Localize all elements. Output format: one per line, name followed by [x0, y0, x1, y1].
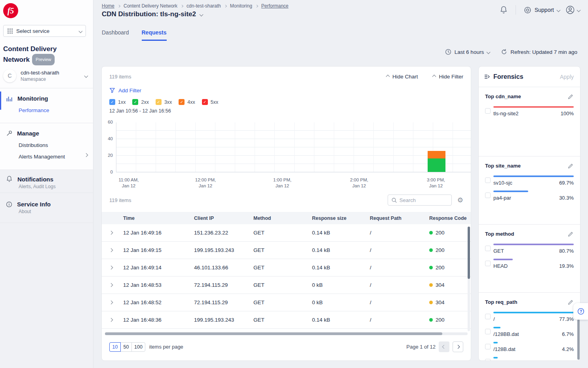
- legend-5xx-checkbox[interactable]: ✓5xx: [202, 99, 218, 105]
- table-search[interactable]: [388, 194, 452, 206]
- item-bar: [493, 327, 500, 328]
- table-row[interactable]: 12 Jan 16:49:16151.236.23.22GET0.14 kB/ …: [102, 224, 471, 242]
- item-label: /128BB.dat: [493, 331, 519, 337]
- checkbox-checked-icon: ✓: [202, 99, 208, 105]
- chevron-up-icon: [386, 75, 390, 79]
- search-input[interactable]: [400, 197, 443, 203]
- forensics-item: /128B.dat4.2%: [485, 342, 574, 352]
- scrollbar-thumb[interactable]: [105, 332, 442, 335]
- hide-filter-button[interactable]: Hide Filter: [433, 74, 463, 80]
- support-menu[interactable]: Support: [524, 6, 560, 14]
- vertical-scrollbar[interactable]: [468, 227, 470, 331]
- chevron-down-icon: [84, 74, 88, 78]
- page-title[interactable]: CDN Distribution: tls-ng-site2: [102, 10, 203, 18]
- sidebar-section-service-info[interactable]: Service Info About: [0, 193, 93, 223]
- bar-chart-icon: [6, 95, 13, 102]
- row-expander-icon[interactable]: [109, 301, 113, 305]
- f5-logo[interactable]: f5: [3, 3, 18, 18]
- item-percent: 19.3%: [559, 263, 574, 269]
- chevron-right-icon: [84, 153, 88, 157]
- table-row[interactable]: 12 Jan 16:48:5372.194.115.29GET0 kB/ 304: [102, 276, 471, 294]
- table-row[interactable]: 12 Jan 16:48:5272.194.115.29GET0 kB/ 304: [102, 294, 471, 311]
- apply-button[interactable]: Apply: [560, 74, 574, 80]
- col-response-size[interactable]: Response size: [312, 215, 370, 221]
- prev-page-button[interactable]: [439, 341, 449, 352]
- legend-3xx-checkbox[interactable]: ✓3xx: [156, 99, 172, 105]
- chevron-down-icon: [557, 8, 561, 12]
- legend-4xx-checkbox[interactable]: ✓4xx: [179, 99, 195, 105]
- gear-icon[interactable]: ⚙: [457, 197, 463, 204]
- sidebar-item-alerts-management[interactable]: Alerts Management: [0, 148, 93, 160]
- breadcrumb-monitoring[interactable]: Monitoring: [230, 3, 252, 9]
- item-checkbox[interactable]: [485, 261, 491, 266]
- item-checkbox[interactable]: [485, 314, 491, 319]
- chevron-right-icon: [255, 4, 258, 7]
- legend-2xx-checkbox[interactable]: ✓2xx: [132, 99, 148, 105]
- edit-pencil-icon[interactable]: [567, 231, 574, 237]
- item-checkbox[interactable]: [485, 246, 491, 251]
- grid-icon: [7, 28, 13, 34]
- chart-bar-stack[interactable]: [428, 151, 445, 172]
- next-page-button[interactable]: [453, 341, 463, 352]
- page-size-100[interactable]: 100: [131, 342, 145, 352]
- edit-pencil-icon[interactable]: [567, 163, 574, 169]
- page-size-10[interactable]: 10: [109, 342, 121, 352]
- hide-chart-button[interactable]: Hide Chart: [386, 74, 418, 80]
- forensics-item: /128BB.dat6.7%: [485, 327, 574, 337]
- hide-chart-label: Hide Chart: [392, 74, 418, 80]
- refresh-button[interactable]: Refresh: Updated 7 min ago: [501, 49, 577, 55]
- table-row[interactable]: 12 Jan 16:49:15199.195.193.243GET0.14 kB…: [102, 242, 471, 259]
- scrollbar-thumb[interactable]: [468, 227, 470, 279]
- row-expander-icon[interactable]: [109, 266, 113, 270]
- col-time[interactable]: Time: [123, 215, 194, 221]
- item-checkbox[interactable]: [485, 329, 491, 334]
- edit-pencil-icon[interactable]: [567, 299, 574, 305]
- section-title: Top cdn_name: [485, 93, 521, 99]
- col-client-ip[interactable]: Client IP: [194, 215, 253, 221]
- edit-pencil-icon[interactable]: [567, 93, 574, 100]
- breadcrumb-cdn[interactable]: Content Delivery Network: [124, 3, 177, 9]
- help-button[interactable]: ?: [573, 303, 588, 320]
- notifications-bell-button[interactable]: [500, 6, 508, 14]
- breadcrumb-home[interactable]: Home: [102, 3, 114, 9]
- chart-plot-area[interactable]: [116, 122, 471, 172]
- add-filter-button[interactable]: Add Filter: [109, 88, 471, 93]
- horizontal-scrollbar[interactable]: [105, 332, 468, 335]
- row-expander-icon[interactable]: [109, 318, 113, 322]
- page-size-50[interactable]: 50: [120, 342, 132, 352]
- sidebar-item-performance[interactable]: Performance: [0, 102, 93, 113]
- item-checkbox[interactable]: [485, 344, 491, 349]
- item-checkbox[interactable]: [485, 108, 491, 114]
- namespace-selector[interactable]: C cdn-test-sharath Namespace: [3, 67, 90, 85]
- table-row[interactable]: 12 Jan 16:49:1446.101.133.66GET0.14 kB/ …: [102, 259, 471, 276]
- row-expander-icon[interactable]: [109, 231, 113, 235]
- select-service-dropdown[interactable]: Select service: [3, 25, 86, 37]
- collapse-panel-icon[interactable]: [484, 74, 490, 80]
- sidebar-section-notifications[interactable]: Notifications Alerts, Audit Logs: [0, 170, 93, 193]
- tab-requests[interactable]: Requests: [142, 29, 167, 41]
- forensics-scrollbar[interactable]: [577, 319, 580, 360]
- sidebar-item-monitoring[interactable]: Monitoring: [0, 88, 93, 102]
- chevron-down-icon: [200, 12, 204, 16]
- time-range-dropdown[interactable]: Last 6 hours: [445, 49, 490, 55]
- breadcrumb-namespace[interactable]: cdn-test-sharath: [186, 3, 221, 9]
- bar-segment-4xx: [428, 151, 445, 158]
- row-expander-icon[interactable]: [109, 248, 113, 252]
- x-tick-1pm: 1:00 PM,Jan 12: [261, 177, 304, 189]
- row-expander-icon[interactable]: [109, 283, 113, 287]
- item-checkbox[interactable]: [485, 193, 491, 198]
- account-menu[interactable]: [565, 5, 580, 15]
- col-request-path[interactable]: Request Path: [370, 215, 429, 221]
- forensics-item: /77.3%: [485, 312, 574, 322]
- item-checkbox[interactable]: [485, 359, 491, 361]
- tab-dashboard[interactable]: Dashboard: [102, 29, 129, 41]
- sidebar-item-manage[interactable]: Manage: [0, 123, 93, 137]
- col-response-code[interactable]: Response Code: [429, 215, 471, 221]
- col-method[interactable]: Method: [253, 215, 312, 221]
- breadcrumb-performance[interactable]: Performance: [261, 3, 289, 9]
- legend-1xx-checkbox[interactable]: ✓1xx: [109, 99, 126, 105]
- table-row[interactable]: 12 Jan 16:48:36199.195.193.243GET0.14 kB…: [102, 311, 471, 329]
- monitoring-label: Monitoring: [17, 95, 48, 102]
- sidebar-item-distributions[interactable]: Distributions: [0, 137, 93, 148]
- item-checkbox[interactable]: [485, 177, 491, 183]
